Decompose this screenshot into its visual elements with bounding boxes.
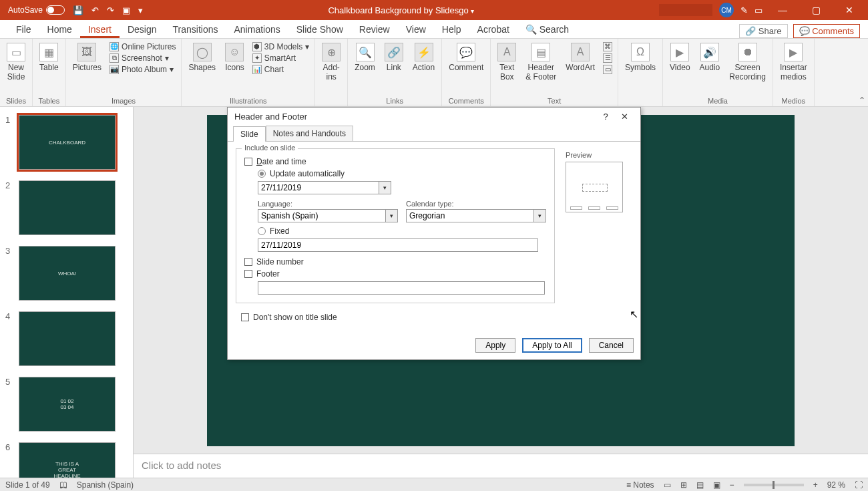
date-combo-button[interactable]: ▾: [379, 182, 391, 194]
tab-transitions[interactable]: Transitions: [165, 21, 226, 38]
autosave-toggle[interactable]: AutoSave: [8, 5, 65, 15]
status-accessibility-icon[interactable]: 🕮: [59, 480, 67, 490]
audio-button[interactable]: 🔊Audio: [697, 41, 723, 73]
status-lang[interactable]: Spanish (Spain): [77, 480, 134, 490]
ribbon-collapse-icon[interactable]: ⌃: [859, 96, 865, 105]
notes-panel[interactable]: Click to add notes: [134, 454, 868, 478]
symbols-button[interactable]: ΩSymbols: [622, 41, 658, 73]
slide-panel[interactable]: 1CHALKBOARD 2 3WHOA! 4 501 02 03 04 6THI…: [0, 107, 134, 478]
zoom-percent[interactable]: 92 %: [827, 480, 845, 490]
document-title[interactable]: Chalkboard Background by Slidesgo: [328, 5, 473, 15]
tab-file[interactable]: File: [8, 21, 39, 38]
3d-models-button[interactable]: ⬢3D Models ▾: [251, 41, 310, 52]
qat-dropdown-icon[interactable]: ▾: [138, 5, 143, 15]
calendar-combo[interactable]: ▾: [406, 209, 546, 222]
table-button[interactable]: ▦Table: [37, 41, 61, 73]
update-auto-radio[interactable]: [258, 170, 266, 178]
apply-all-button[interactable]: Apply to All: [522, 338, 582, 353]
pen-icon[interactable]: ✎: [740, 5, 748, 15]
share-button[interactable]: 🔗 Share: [739, 24, 787, 38]
present-icon[interactable]: ▣: [122, 5, 130, 15]
save-icon[interactable]: 💾: [73, 5, 83, 15]
wordart-button[interactable]: AWordArt: [563, 41, 598, 73]
zoom-button[interactable]: 🔍Zoom: [352, 41, 378, 73]
language-combo[interactable]: ▾: [258, 209, 398, 222]
tab-review[interactable]: Review: [351, 21, 398, 38]
dialog-close-button[interactable]: ✕: [615, 112, 634, 122]
screenshot-button[interactable]: ⧉Screenshot ▾: [108, 53, 177, 63]
zoom-slider[interactable]: [744, 484, 804, 486]
slidenumber-checkbox[interactable]: [244, 258, 252, 266]
tab-acrobat[interactable]: Acrobat: [469, 21, 517, 38]
title-search-box[interactable]: [659, 4, 712, 16]
thumb-5[interactable]: 01 02 03 04: [19, 377, 116, 432]
chart-button[interactable]: 📊Chart: [251, 64, 310, 75]
video-button[interactable]: ▶Video: [667, 41, 692, 73]
comment-button[interactable]: 💬Comment: [446, 41, 486, 73]
action-button[interactable]: ⚡Action: [410, 41, 437, 73]
apply-button[interactable]: Apply: [475, 338, 515, 353]
link-button[interactable]: 🔗Link: [382, 41, 406, 73]
tab-animations[interactable]: Animations: [226, 21, 288, 38]
tab-home[interactable]: Home: [39, 21, 80, 38]
photo-album-button[interactable]: 📷Photo Album ▾: [108, 64, 177, 75]
dontshow-checkbox[interactable]: [241, 313, 249, 321]
zoom-in-icon[interactable]: +: [813, 480, 818, 490]
date-input[interactable]: [258, 183, 379, 192]
fixed-radio[interactable]: [258, 227, 266, 235]
tab-view[interactable]: View: [398, 21, 434, 38]
text-more-3[interactable]: ▭: [602, 64, 614, 75]
calendar-input[interactable]: [407, 211, 533, 220]
footer-checkbox[interactable]: [244, 270, 252, 278]
thumb-4[interactable]: [19, 311, 116, 366]
zoom-fit-icon[interactable]: ⛶: [855, 480, 863, 490]
status-notes-button[interactable]: ≡ Notes: [626, 480, 654, 490]
dialog-tab-notes[interactable]: Notes and Handouts: [266, 126, 353, 141]
thumb-2[interactable]: [19, 180, 116, 235]
view-normal-icon[interactable]: ▭: [664, 480, 671, 490]
toggle-off-icon[interactable]: [46, 5, 65, 15]
icons-button[interactable]: ☺Icons: [222, 41, 247, 73]
new-slide-button[interactable]: ▭New Slide: [4, 41, 28, 83]
shapes-button[interactable]: ◯Shapes: [186, 41, 218, 73]
tab-help[interactable]: Help: [434, 21, 469, 38]
smartart-button[interactable]: ✦SmartArt: [251, 53, 310, 63]
window-close[interactable]: ✕: [836, 5, 863, 15]
fixed-input[interactable]: [258, 238, 538, 252]
textbox-button[interactable]: AText Box: [495, 41, 519, 83]
screenrec-button[interactable]: ⏺Screen Recording: [726, 41, 769, 83]
thumb-1[interactable]: CHALKBOARD: [19, 115, 116, 170]
cancel-button[interactable]: Cancel: [589, 338, 634, 353]
language-input[interactable]: [258, 211, 385, 220]
window-maximize[interactable]: ▢: [803, 5, 829, 15]
calendar-combo-button[interactable]: ▾: [533, 210, 546, 222]
tab-search[interactable]: 🔍 Search: [517, 21, 577, 38]
online-pictures-button[interactable]: 🌐Online Pictures: [108, 41, 177, 52]
tab-design[interactable]: Design: [120, 21, 165, 38]
footer-input[interactable]: [258, 281, 545, 295]
undo-icon[interactable]: ↶: [91, 5, 99, 15]
headerfooter-button[interactable]: ▤Header & Footer: [523, 41, 559, 83]
zoom-out-icon[interactable]: −: [730, 480, 734, 490]
thumb-3[interactable]: WHOA!: [19, 246, 116, 301]
pictures-button[interactable]: 🖼Pictures: [70, 41, 104, 73]
text-more-2[interactable]: ☰: [602, 53, 614, 63]
comments-button[interactable]: 💬 Comments: [793, 24, 860, 38]
language-combo-button[interactable]: ▾: [385, 210, 397, 222]
date-combo[interactable]: ▾: [258, 181, 391, 194]
thumb-6[interactable]: THIS IS A GREAT HEADLINE: [19, 442, 116, 478]
view-reading-icon[interactable]: ▤: [696, 480, 704, 490]
dialog-tab-slide[interactable]: Slide: [233, 126, 266, 142]
view-sorter-icon[interactable]: ⊞: [680, 480, 687, 490]
tab-insert[interactable]: Insert: [80, 21, 120, 38]
window-minimize[interactable]: —: [769, 5, 796, 15]
insertar-medios-button[interactable]: ▶Insertar medios: [777, 41, 810, 83]
addins-button[interactable]: ⊕Add- ins: [319, 41, 343, 83]
redo-icon[interactable]: ↷: [107, 5, 114, 15]
datetime-checkbox[interactable]: [244, 158, 252, 166]
dialog-help-button[interactable]: ?: [596, 112, 615, 122]
account-badge[interactable]: CM: [719, 3, 734, 17]
text-more-1[interactable]: ⌘: [602, 41, 614, 52]
tab-slideshow[interactable]: Slide Show: [288, 21, 351, 38]
ribbon-display-icon[interactable]: ▭: [754, 5, 763, 15]
